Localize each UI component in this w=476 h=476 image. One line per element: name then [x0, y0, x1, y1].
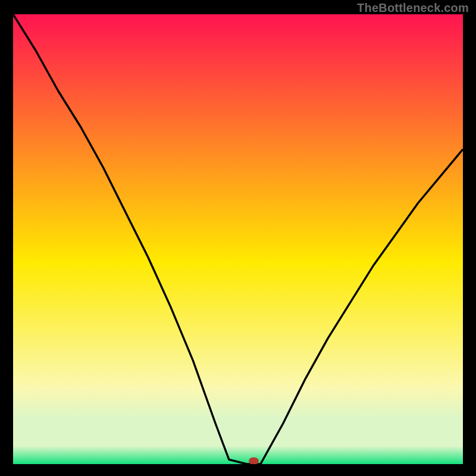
gradient-background [13, 14, 463, 464]
chart-frame: TheBottleneck.com [0, 0, 476, 476]
watermark-text: TheBottleneck.com [357, 1, 469, 15]
bottleneck-plot [13, 14, 463, 464]
optimal-point-marker [249, 458, 259, 464]
